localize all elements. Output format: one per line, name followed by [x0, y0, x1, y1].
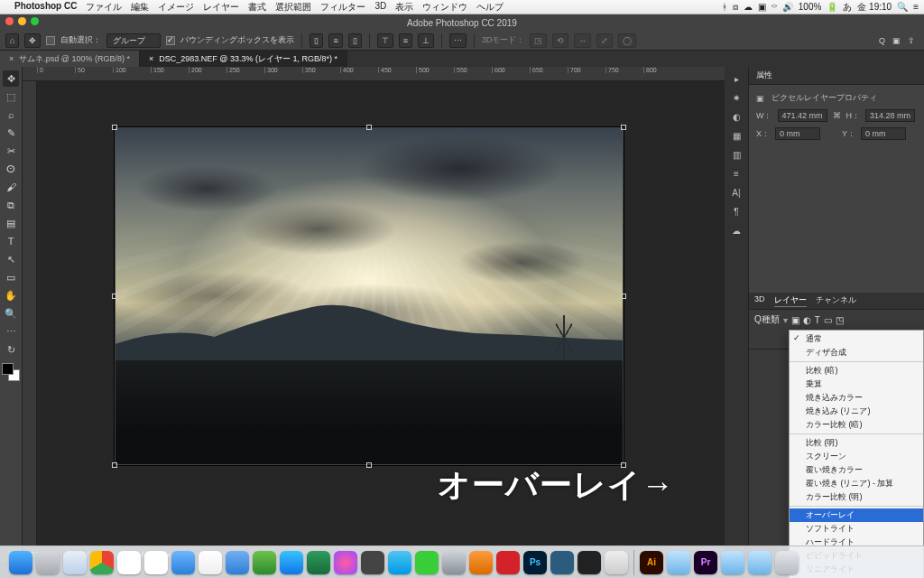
- tool-brush[interactable]: 🖌: [3, 179, 19, 195]
- tool-path[interactable]: ↖: [3, 251, 19, 267]
- align-top-icon[interactable]: ⊤: [377, 33, 393, 48]
- transform-handle[interactable]: [112, 462, 117, 468]
- dock-finder[interactable]: [9, 551, 32, 574]
- blend-mode-item[interactable]: スクリーン: [790, 450, 923, 463]
- dock-folder2[interactable]: [721, 551, 744, 574]
- blend-mode-item[interactable]: 比較 (暗): [790, 364, 923, 378]
- transform-handle[interactable]: [366, 462, 372, 468]
- dock-app4[interactable]: [605, 551, 628, 574]
- dock-app2[interactable]: [550, 551, 574, 574]
- panel-icon-libraries[interactable]: ≡: [734, 169, 739, 179]
- dock-itunes[interactable]: [334, 551, 357, 574]
- properties-panel-tab[interactable]: 属性: [749, 67, 924, 85]
- panel-icon-history[interactable]: ✷: [733, 93, 740, 103]
- threeD-icon-2[interactable]: ⟲: [552, 33, 568, 48]
- align-left-icon[interactable]: ▯: [310, 33, 323, 48]
- expand-panels-icon[interactable]: ▸: [735, 74, 739, 84]
- menu-edit[interactable]: 編集: [131, 1, 149, 14]
- minimize-icon[interactable]: [18, 17, 26, 25]
- width-field[interactable]: 471.42 mm: [778, 109, 827, 122]
- dock-systemprefs[interactable]: [442, 551, 466, 574]
- dock-slack[interactable]: [199, 551, 222, 574]
- filter-smart-icon[interactable]: ◳: [836, 315, 844, 325]
- tab-channels[interactable]: チャンネル: [816, 294, 856, 307]
- wifi-icon[interactable]: ⌔: [772, 2, 777, 12]
- color-swatches[interactable]: [2, 363, 20, 381]
- dock-trash[interactable]: [775, 551, 799, 574]
- bluetooth-icon[interactable]: ᚼ: [722, 2, 727, 12]
- transform-handle[interactable]: [621, 125, 626, 130]
- link-icon[interactable]: ⌘: [833, 111, 841, 120]
- dock-skype[interactable]: [388, 551, 411, 574]
- blend-mode-item[interactable]: ソフトライト: [790, 522, 923, 536]
- tool-type[interactable]: T: [3, 233, 19, 249]
- blend-mode-item[interactable]: 焼き込みカラー: [790, 391, 923, 405]
- tool-move[interactable]: ✥: [3, 70, 19, 87]
- auto-select-dropdown[interactable]: グループ: [106, 33, 161, 48]
- display-icon[interactable]: ▣: [758, 2, 766, 12]
- app-name-menu[interactable]: Photoshop CC: [14, 1, 77, 14]
- blend-mode-menu[interactable]: 通常ディザ合成比較 (暗)乗算焼き込みカラー焼き込み (リニア)カラー比較 (暗…: [789, 330, 924, 578]
- battery-icon[interactable]: 🔋: [827, 2, 837, 12]
- threeD-icon-5[interactable]: ◯: [618, 33, 636, 48]
- auto-select-checkbox[interactable]: [46, 36, 55, 45]
- tool-gradient[interactable]: ▤: [3, 215, 19, 231]
- panel-icon-character[interactable]: A|: [732, 188, 740, 198]
- panel-icon-paragraph[interactable]: ¶: [734, 207, 738, 217]
- threeD-icon-4[interactable]: ⤢: [596, 33, 613, 48]
- tab-3d[interactable]: 3D: [754, 294, 765, 307]
- height-field[interactable]: 314.28 mm: [865, 109, 915, 122]
- blend-mode-item[interactable]: 乗算: [790, 378, 923, 391]
- blend-mode-item[interactable]: カラー比較 (暗): [790, 418, 923, 432]
- menu-image[interactable]: イメージ: [158, 1, 194, 14]
- dock-premiere[interactable]: Pr: [694, 551, 717, 574]
- menu-view[interactable]: 表示: [395, 1, 413, 14]
- menu-help[interactable]: ヘルプ: [476, 1, 504, 14]
- home-icon[interactable]: ⌂: [5, 33, 19, 48]
- threeD-icon-3[interactable]: ↔: [574, 33, 591, 48]
- blend-mode-item[interactable]: 比較 (明): [790, 436, 923, 450]
- dock-photoshop[interactable]: Ps: [523, 551, 547, 574]
- filter-adjust-icon[interactable]: ◐: [803, 315, 811, 325]
- dock-excel[interactable]: [307, 551, 330, 574]
- dock-folder[interactable]: [667, 551, 690, 574]
- menu-filter[interactable]: フィルター: [320, 1, 365, 14]
- clock-text[interactable]: 金 19:10: [857, 1, 892, 14]
- threeD-icon-1[interactable]: ◳: [530, 33, 547, 48]
- search-icon[interactable]: Q: [879, 36, 885, 45]
- share-icon[interactable]: ⇪: [908, 36, 915, 45]
- dock-preview[interactable]: [226, 551, 249, 574]
- move-tool-icon[interactable]: ✥: [24, 33, 41, 48]
- volume-icon[interactable]: 🔊: [782, 2, 793, 12]
- dock-illustrator[interactable]: Ai: [640, 551, 663, 574]
- menu-select[interactable]: 選択範囲: [275, 1, 311, 14]
- transform-handle[interactable]: [621, 294, 626, 299]
- x-field[interactable]: 0 mm: [775, 127, 820, 140]
- ime-icon[interactable]: あ: [843, 1, 852, 14]
- blend-mode-item[interactable]: 覆い焼きカラー: [790, 463, 923, 477]
- transform-handle[interactable]: [366, 125, 372, 130]
- transform-handle[interactable]: [112, 294, 117, 299]
- filter-shape-icon[interactable]: ▭: [824, 315, 832, 325]
- tool-lasso[interactable]: ⌕: [3, 107, 19, 123]
- align-center-h-icon[interactable]: ≡: [328, 33, 342, 48]
- y-field[interactable]: 0 mm: [861, 127, 906, 140]
- filter-pixel-icon[interactable]: ▣: [791, 315, 799, 325]
- notification-icon[interactable]: ≡: [913, 2, 919, 12]
- dock-sublime[interactable]: [469, 551, 493, 574]
- distribute-icon[interactable]: ⋯: [449, 33, 467, 48]
- menu-3d[interactable]: 3D: [374, 1, 386, 14]
- menu-type[interactable]: 書式: [248, 1, 266, 14]
- dock-line[interactable]: [415, 551, 439, 574]
- tool-zoom[interactable]: 🔍: [3, 305, 19, 322]
- tool-crop[interactable]: ✂: [3, 143, 19, 159]
- dropbox-icon[interactable]: ⧈: [733, 2, 738, 13]
- align-center-v-icon[interactable]: ≡: [399, 33, 412, 48]
- transform-handle[interactable]: [112, 125, 117, 130]
- dock-chrome[interactable]: [90, 551, 114, 574]
- document-tab[interactable]: ×DSC_2983.NEF @ 33.3% (レイヤー 1, RGB/8*) *: [140, 51, 347, 67]
- blend-mode-item[interactable]: カラー比較 (明): [790, 490, 923, 504]
- document-tab[interactable]: ×サムネ.psd @ 100% (RGB/8) *: [0, 51, 140, 67]
- dock-evernote[interactable]: [253, 551, 276, 574]
- tab-layers[interactable]: レイヤー: [774, 294, 807, 307]
